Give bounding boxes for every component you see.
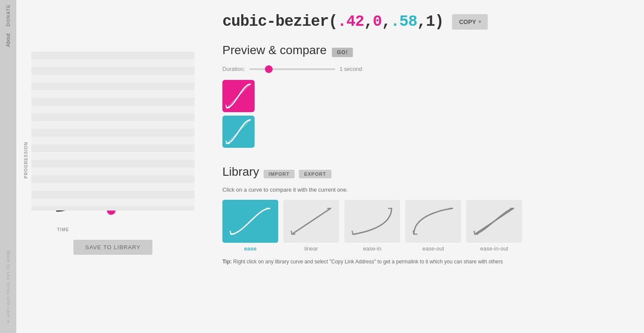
curve-svg-ease-out [410, 204, 457, 238]
curve-thumb-ease-in[interactable] [344, 200, 400, 243]
curve-thumb-linear[interactable] [283, 200, 339, 243]
side-panel: DONATE About Made by Lea Verou with care… [0, 0, 16, 333]
info-panel: cubic-bezier(.42,0,.58,1) COPY ▾ Preview… [205, 0, 644, 333]
svg-line-5 [227, 120, 250, 144]
preview-box-pink [222, 80, 255, 112]
curve-item-ease-in-out[interactable]: ease-in-out [466, 200, 522, 252]
formula-p4: 1 [426, 13, 435, 31]
curve-label-ease-out: ease-out [422, 245, 444, 252]
curve-item-linear[interactable]: linear [283, 200, 339, 252]
duration-label: Duration: [222, 66, 245, 72]
credit-text: Made by Lea Verou with care ✳ [6, 251, 11, 324]
formula-p2: 0 [373, 13, 382, 31]
formula-comma2: , [382, 13, 391, 31]
curve-label-ease: ease [244, 245, 257, 252]
main-container: PROGRESSION TIME PROGRESSION SAVE TO LIB… [16, 0, 644, 333]
formula-prefix: cubic-bezier( [222, 13, 337, 31]
export-button[interactable]: EXPORT [299, 170, 331, 178]
time-axis-label: TIME [57, 227, 69, 232]
copy-chevron: ▾ [479, 19, 481, 24]
preview-box-teal [222, 116, 255, 148]
curve-svg-ease-in [349, 204, 396, 238]
editor-panel: PROGRESSION TIME PROGRESSION SAVE TO LIB… [16, 0, 205, 333]
curve-item-ease-in[interactable]: ease-in [344, 200, 400, 252]
formula-header: cubic-bezier(.42,0,.58,1) COPY ▾ [222, 13, 627, 31]
tip-content: Right click on any library curve and sel… [232, 259, 503, 265]
curve-item-ease-out[interactable]: ease-out [405, 200, 461, 252]
library-curves: ease linear [222, 200, 627, 252]
curve-label-linear: linear [304, 245, 318, 252]
curve-thumb-ease[interactable] [222, 200, 278, 243]
donate-button[interactable]: DONATE [6, 0, 11, 31]
curve-thumb-ease-in-out[interactable] [466, 200, 522, 243]
bezier-editor[interactable]: PROGRESSION TIME PROGRESSION [31, 52, 194, 232]
duration-row: Duration: 1 second [222, 66, 627, 72]
preview-title: Preview & compare [222, 43, 327, 57]
save-to-library-button[interactable]: SAVE TO LIBRARY [73, 240, 153, 255]
svg-line-4 [227, 84, 250, 108]
formula-suffix: ) [435, 13, 444, 31]
go-button[interactable]: GO! [332, 48, 353, 57]
copy-label: COPY [459, 18, 476, 25]
preview-curve-pink [222, 80, 255, 112]
copy-button[interactable]: COPY ▾ [452, 14, 488, 30]
import-button[interactable]: IMPORT [264, 170, 295, 178]
formula-p3: .58 [391, 13, 417, 31]
library-title: Library [222, 165, 259, 179]
preview-boxes [222, 80, 627, 148]
tip-bold: Tip: [222, 259, 232, 265]
curve-svg-ease [227, 204, 274, 238]
formula-comma1: , [364, 13, 373, 31]
library-description: Click on a curve to compare it with the … [222, 186, 627, 193]
preview-section-header: Preview & compare GO! [222, 43, 627, 61]
formula-display: cubic-bezier(.42,0,.58,1) [222, 13, 444, 31]
curve-svg-ease-in-out [471, 204, 518, 238]
duration-value: 1 second [340, 66, 362, 72]
formula-comma3: , [417, 13, 426, 31]
curve-label-ease-in: ease-in [363, 245, 382, 252]
svg-line-7 [292, 208, 331, 234]
duration-slider[interactable] [249, 68, 335, 70]
formula-p1: .42 [337, 13, 364, 31]
library-section-header: Library IMPORT EXPORT [222, 165, 627, 183]
preview-curve-teal [222, 116, 255, 148]
bezier-background [31, 52, 194, 211]
progression-axis-label: PROGRESSION [24, 142, 28, 178]
curve-label-ease-in-out: ease-in-out [480, 245, 508, 252]
curve-svg-linear [288, 204, 335, 238]
curve-thumb-ease-out[interactable] [405, 200, 461, 243]
tip-text: Tip: Right click on any library curve an… [222, 259, 627, 265]
curve-item-ease[interactable]: ease [222, 200, 278, 252]
about-link[interactable]: About [5, 31, 11, 49]
